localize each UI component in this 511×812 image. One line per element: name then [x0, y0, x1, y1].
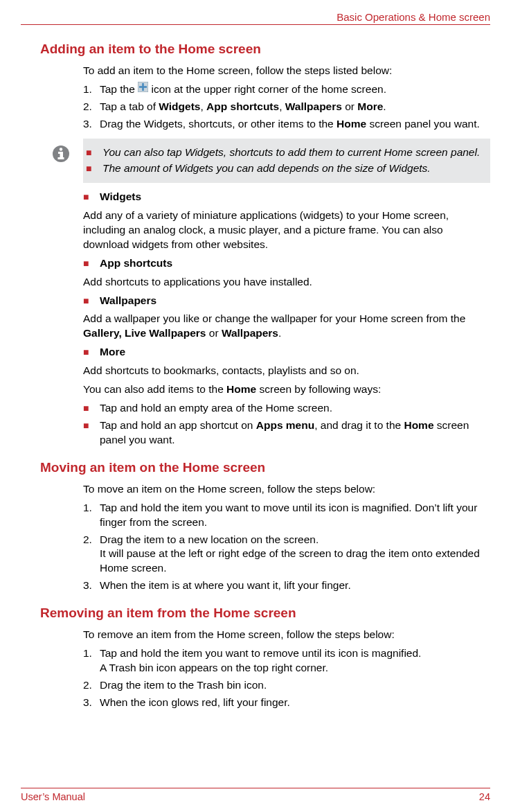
- way-1: ■Tap and hold an empty area of the Home …: [83, 401, 490, 416]
- section-removing-body: To remove an item from the Home screen, …: [40, 628, 490, 710]
- intro-b: To move an item on the Home screen, foll…: [83, 482, 490, 497]
- sub-apps: ■App shortcuts: [83, 256, 490, 271]
- square-bullet-icon: ■: [83, 401, 100, 416]
- sub-wall: ■Wallpapers: [83, 294, 490, 308]
- square-bullet-icon: ■: [86, 145, 102, 160]
- square-bullet-icon: ■: [83, 190, 100, 204]
- steps-b: 1.Tap and hold the item you want to move…: [83, 501, 490, 594]
- square-bullet-icon: ■: [83, 294, 100, 308]
- svg-rect-2: [139, 87, 147, 89]
- intro-c: To remove an item from the Home screen, …: [83, 628, 490, 642]
- section-adding-body: To add an item to the Home screen, follo…: [40, 64, 490, 132]
- info-icon-wrap: [39, 139, 83, 183]
- also-intro: You can also add items to the Home scree…: [83, 382, 490, 397]
- step-b3: 3.When the item is at where you want it,…: [83, 579, 490, 593]
- step-b1: 1.Tap and hold the item you want to move…: [83, 501, 490, 530]
- page: Basic Operations & Home screen Adding an…: [0, 0, 511, 812]
- square-bullet-icon: ■: [83, 418, 100, 448]
- note-1: ■ You can also tap Widgets, shortcuts to…: [86, 145, 483, 160]
- section-moving-body: To move an item on the Home screen, foll…: [40, 482, 490, 593]
- ways-list: ■Tap and hold an empty area of the Home …: [83, 401, 490, 448]
- steps-a: 1. Tap the icon at the upper right corne…: [83, 82, 490, 132]
- sub-more-p: Add shortcuts to bookmarks, contacts, pl…: [83, 364, 490, 378]
- note-2: ■ The amount of Widgets you can add depe…: [86, 161, 483, 176]
- section-moving-title: Moving an item on the Home screen: [40, 460, 490, 475]
- svg-point-4: [60, 148, 62, 150]
- step-b2: 2. Drag the item to a new location on th…: [83, 533, 490, 576]
- info-icon: [51, 144, 71, 166]
- section-removing-title: Removing an item from the Home screen: [40, 606, 490, 621]
- sub-apps-p: Add shortcuts to applications you have i…: [83, 275, 490, 290]
- sub-more: ■More: [83, 345, 490, 360]
- square-bullet-icon: ■: [86, 161, 102, 176]
- square-bullet-icon: ■: [83, 256, 100, 271]
- intro-a: To add an item to the Home screen, follo…: [83, 64, 490, 78]
- footer-page-number: 24: [479, 791, 490, 802]
- section-adding-title: Adding an item to the Home screen: [40, 42, 490, 57]
- sub-widgets-p: Add any of a variety of miniature applic…: [83, 209, 490, 252]
- step-c3: 3.When the icon glows red, lift your fin…: [83, 696, 490, 710]
- svg-rect-7: [58, 157, 64, 159]
- page-footer: User’s Manual 24: [21, 788, 490, 802]
- info-body: ■ You can also tap Widgets, shortcuts to…: [83, 139, 490, 183]
- footer-left: User’s Manual: [21, 791, 85, 802]
- square-bullet-icon: ■: [83, 345, 100, 360]
- section-adding-subs: ■Widgets Add any of a variety of miniatu…: [40, 190, 490, 448]
- step-c2: 2.Drag the item to the Trash bin icon.: [83, 678, 490, 693]
- step-a1: 1. Tap the icon at the upper right corne…: [83, 82, 490, 97]
- chapter-header: Basic Operations & Home screen: [21, 11, 490, 25]
- plus-icon: [138, 82, 148, 96]
- step-c1: 1. Tap and hold the item you want to rem…: [83, 646, 490, 676]
- content: Adding an item to the Home screen To add…: [21, 42, 490, 710]
- steps-c: 1. Tap and hold the item you want to rem…: [83, 646, 490, 710]
- way-2: ■ Tap and hold an app shortcut on Apps m…: [83, 418, 490, 448]
- sub-wall-p: Add a wallpaper you like or change the w…: [83, 312, 490, 341]
- step-a2: 2. Tap a tab of Widgets, App shortcuts, …: [83, 100, 490, 114]
- sub-widgets: ■Widgets: [83, 190, 490, 204]
- info-box: ■ You can also tap Widgets, shortcuts to…: [39, 139, 490, 183]
- step-a3: 3. Drag the Widgets, shortcuts, or other…: [83, 117, 490, 132]
